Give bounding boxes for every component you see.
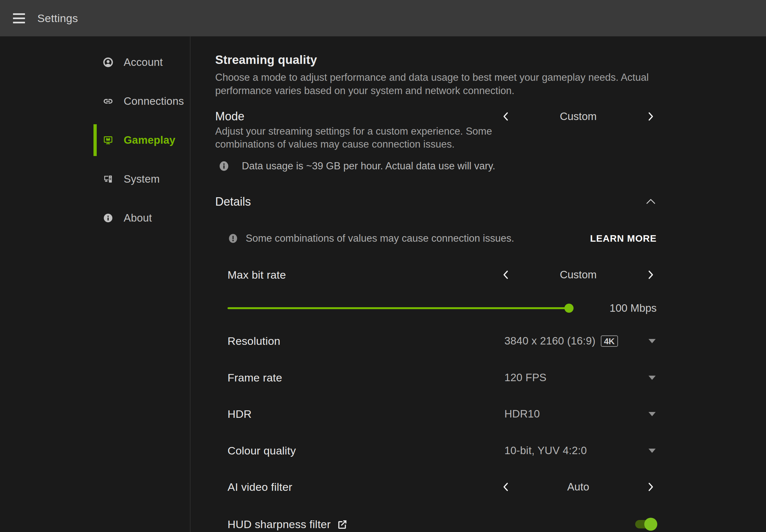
mode-stepper: Custom (499, 109, 657, 124)
learn-more-button[interactable]: LEARN MORE (590, 233, 657, 244)
data-usage-note: Data usage is ~39 GB per hour. Actual da… (242, 160, 495, 172)
sidebar-item-label: Connections (124, 95, 184, 107)
sidebar-item-system[interactable]: System (0, 169, 189, 189)
sidebar-item-about[interactable]: About (0, 208, 189, 228)
hdr-label: HDR (227, 408, 251, 420)
sidebar-item-connections[interactable]: Connections (0, 91, 189, 111)
sidebar-item-label: Account (124, 56, 163, 68)
ai-video-filter-value: Auto (567, 481, 590, 493)
resolution-label: Resolution (227, 335, 280, 347)
ai-video-filter-row: AI video filter Auto (215, 480, 657, 494)
info-circle-icon (219, 161, 229, 171)
max-bit-rate-row: Max bit rate Custom (215, 268, 657, 282)
warning-text: Some combinations of values may cause co… (246, 233, 514, 244)
main-panel: Streaming quality Choose a mode to adjus… (190, 36, 766, 532)
ai-video-filter-label: AI video filter (227, 481, 292, 493)
toggle-knob (644, 518, 657, 531)
sidebar: Account Connections (0, 36, 190, 532)
max-bit-rate-prev-chevron-icon[interactable] (499, 268, 512, 281)
mode-prev-chevron-icon[interactable] (499, 110, 512, 123)
top-bar: Settings (0, 0, 766, 36)
resolution-4k-badge: 4K (601, 335, 618, 347)
details-header[interactable]: Details (215, 195, 657, 209)
account-icon (103, 57, 113, 67)
resolution-caret-down-icon[interactable] (648, 339, 656, 344)
mode-label: Mode (215, 110, 244, 123)
ai-video-filter-next-chevron-icon[interactable] (644, 480, 657, 493)
mode-next-chevron-icon[interactable] (644, 110, 657, 123)
collapse-chevron-up-icon[interactable] (644, 195, 657, 208)
resolution-row[interactable]: Resolution 3840 x 2160 (16:9) 4K (215, 334, 657, 348)
hud-sharpness-filter-label: HUD sharpness filter (227, 518, 331, 531)
sidebar-item-gameplay[interactable]: Gameplay (0, 130, 189, 150)
page-title: Settings (37, 12, 78, 25)
resolution-value: 3840 x 2160 (16:9) (505, 335, 596, 347)
mode-value: Custom (560, 110, 597, 123)
warning-circle-icon (228, 234, 238, 243)
max-bit-rate-slider-thumb[interactable] (565, 304, 574, 313)
frame-rate-value: 120 FPS (505, 371, 547, 384)
colour-quality-row[interactable]: Colour quality 10-bit, YUV 4:2:0 (215, 443, 657, 458)
warning-row: Some combinations of values may cause co… (215, 231, 657, 246)
colour-quality-label: Colour quality (227, 444, 296, 457)
info-icon (103, 213, 113, 223)
max-bit-rate-label: Max bit rate (227, 269, 286, 281)
mode-description: Adjust your streaming settings for a cus… (215, 125, 527, 151)
hdr-value: HDR10 (505, 408, 540, 420)
section-title: Streaming quality (215, 53, 657, 67)
ai-video-filter-prev-chevron-icon[interactable] (499, 480, 512, 493)
hud-sharpness-toggle[interactable] (635, 518, 657, 531)
sidebar-item-account[interactable]: Account (0, 53, 189, 72)
hdr-row[interactable]: HDR HDR10 (215, 407, 657, 421)
max-bit-rate-slider-track (227, 307, 569, 309)
sidebar-item-label: System (124, 173, 160, 185)
max-bit-rate-stepper: Custom (499, 268, 657, 282)
max-bit-rate-readout: 100 Mbps (610, 302, 657, 314)
max-bit-rate-slider[interactable] (227, 307, 574, 309)
details-title: Details (215, 195, 251, 209)
external-link-icon[interactable] (337, 519, 347, 529)
sidebar-item-label: About (124, 212, 152, 224)
max-bit-rate-value: Custom (560, 269, 597, 281)
sidebar-item-label: Gameplay (124, 134, 175, 146)
frame-rate-label: Frame rate (227, 371, 282, 384)
mode-setting-row: Mode Custom (215, 109, 657, 124)
link-icon (103, 96, 113, 106)
hud-sharpness-filter-row: HUD sharpness filter (215, 516, 657, 532)
max-bit-rate-next-chevron-icon[interactable] (644, 268, 657, 281)
menu-icon[interactable] (13, 13, 25, 23)
max-bit-rate-slider-row: 100 Mbps (215, 301, 657, 315)
frame-rate-caret-down-icon[interactable] (648, 375, 656, 380)
data-usage-note-row: Data usage is ~39 GB per hour. Actual da… (215, 159, 657, 173)
settings-page: Settings Account Connections (0, 0, 766, 532)
colour-quality-value: 10-bit, YUV 4:2:0 (505, 444, 587, 457)
section-description: Choose a mode to adjust performance and … (215, 71, 679, 97)
frame-rate-row[interactable]: Frame rate 120 FPS (215, 370, 657, 385)
ai-video-filter-stepper: Auto (499, 480, 657, 494)
computer-icon (103, 174, 113, 184)
colour-quality-caret-down-icon[interactable] (648, 448, 656, 453)
monitor-gamepad-icon (103, 135, 113, 145)
hdr-caret-down-icon[interactable] (648, 412, 656, 417)
